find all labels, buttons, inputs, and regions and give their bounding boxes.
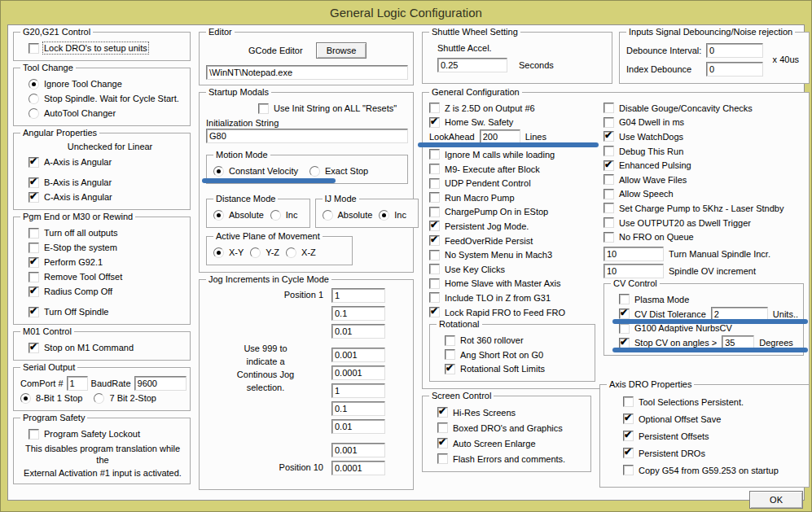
checkbox-row[interactable]: Turn Off Spindle: [29, 304, 185, 319]
checkbox-row[interactable]: No FRO on Queue: [604, 230, 804, 244]
checkbox-row[interactable]: Lock Rapid FRO to Feed FRO: [429, 305, 595, 320]
radio-row[interactable]: Absolute: [213, 208, 264, 222]
checkbox-row[interactable]: Ang Short Rot on G0: [445, 348, 590, 362]
checkbox-row[interactable]: ChargePump On in EStop: [429, 205, 595, 220]
jog-increment-input[interactable]: [331, 401, 385, 416]
checkbox-row[interactable]: Ignore M calls while loading: [429, 147, 595, 162]
checkbox-row[interactable]: FeedOverRide Persist: [429, 234, 595, 248]
checkbox-row[interactable]: Home Slave with Master Axis: [429, 277, 595, 291]
stop-cv-angle-input[interactable]: [722, 335, 754, 350]
checkbox-row[interactable]: Radius Comp Off: [29, 284, 185, 299]
checkbox-label: A-Axis is Angular: [44, 157, 112, 167]
checkbox-row[interactable]: Program Safety Lockout: [29, 427, 185, 441]
radio-row[interactable]: 7 Bit 2-Stop: [94, 391, 156, 405]
jog-increment-input[interactable]: [331, 419, 385, 434]
checkbox-row[interactable]: A-Axis is Angular: [29, 155, 185, 169]
radio: [29, 79, 39, 90]
checkbox-row[interactable]: G04 Dwell in ms: [604, 116, 804, 130]
checkbox-row[interactable]: Use OUTPUT20 as Dwell Trigger: [604, 216, 804, 230]
checkbox-row[interactable]: Persistent Jog Mode.: [429, 219, 595, 234]
checkbox-row[interactable]: Debug This Run: [604, 144, 804, 159]
checkbox-row[interactable]: Include TLO in Z from G31: [429, 291, 595, 305]
checkbox-row[interactable]: Allow Wave Files: [604, 173, 804, 187]
radio-row[interactable]: Y-Z: [250, 245, 279, 260]
jog-increment-input[interactable]: [331, 306, 385, 321]
radio-row[interactable]: Inc: [270, 208, 298, 222]
checkbox-row[interactable]: Rot 360 rollover: [445, 333, 590, 348]
checkbox-row[interactable]: Set Charge Pump to 5Khz - Laser Stndby: [604, 201, 804, 216]
radio-row[interactable]: X-Y: [213, 245, 244, 260]
checkbox-row[interactable]: Persistent DROs: [623, 444, 804, 462]
checkbox-row[interactable]: Perform G92.1: [29, 255, 185, 269]
browse-button[interactable]: Browse: [316, 42, 367, 59]
turn-manual-spindle-input[interactable]: [604, 247, 664, 261]
checkbox-row[interactable]: UDP Pendent Control: [429, 176, 595, 190]
checkbox-row[interactable]: Flash Errors and comments.: [437, 451, 586, 466]
stop-cv-on-angles-row[interactable]: Stop CV on angles > Degrees: [619, 335, 798, 350]
spindle-ov-increment-input[interactable]: [604, 264, 664, 278]
group-title: Startup Modals: [206, 87, 271, 97]
radio-row[interactable]: Stop Spindle. Wait for Cycle Start.: [29, 91, 185, 106]
checkbox-row[interactable]: Use WatchDogs: [604, 129, 804, 144]
checkbox-row[interactable]: Auto Screen Enlarge: [437, 435, 586, 451]
jog-increment-input[interactable]: [331, 288, 385, 303]
jog-increment-input[interactable]: [331, 348, 385, 362]
checkbox-row[interactable]: Tool Selections Persistent.: [623, 393, 804, 410]
checkbox: [437, 407, 448, 418]
checkbox-row[interactable]: Allow Speech: [604, 187, 804, 202]
radio-row[interactable]: X-Z: [286, 245, 316, 260]
checkbox-row[interactable]: Lock DRO's to setup units: [29, 41, 185, 55]
baudrate-input[interactable]: [134, 376, 187, 391]
checkbox-row[interactable]: Disable Gouge/Concavity Checks: [604, 101, 804, 116]
checkbox-row[interactable]: Home Sw. Safety: [429, 116, 595, 130]
checkbox-row[interactable]: Run Macro Pump: [429, 190, 595, 205]
cv-dist-tolerance-input[interactable]: [711, 307, 768, 322]
jog-increment-input[interactable]: [331, 365, 385, 380]
checkbox: [29, 287, 39, 297]
jog-increment-input[interactable]: [331, 461, 385, 475]
checkbox-row[interactable]: E-Stop the system: [29, 240, 185, 255]
checkbox-row[interactable]: Rotational Soft Limits: [445, 362, 590, 377]
checkbox-row[interactable]: C-Axis is Angular: [29, 190, 185, 204]
checkbox-row[interactable]: Copy G54 from G59.253 on startup: [623, 462, 804, 479]
comport-input[interactable]: [67, 376, 88, 391]
checkbox: [29, 228, 39, 238]
checkbox-row[interactable]: Remove Tool Offset: [29, 269, 185, 284]
init-string-input[interactable]: [206, 129, 408, 143]
radio-row[interactable]: Exact Stop: [309, 164, 368, 178]
checkbox-row[interactable]: Z is 2.5D on Output #6: [429, 101, 595, 116]
radio-row[interactable]: 8-Bit 1 Stop: [20, 391, 82, 405]
radio-row[interactable]: Inc: [379, 208, 406, 222]
radio-row[interactable]: AutoTool Changer: [29, 106, 185, 120]
radio-row[interactable]: Ignore Tool Change: [29, 77, 185, 91]
group-program-safety: Program Safety Program Safety Lockout Th…: [13, 418, 191, 484]
checkbox-row[interactable]: M9- Execute after Block: [429, 162, 595, 177]
jog-increment-input[interactable]: [331, 383, 385, 398]
index-debounce-input[interactable]: [706, 62, 763, 77]
radio-row[interactable]: Absolute: [323, 208, 373, 222]
checkbox-label: Tool Selections Persistent.: [639, 397, 744, 407]
checkbox-row[interactable]: Hi-Res Screens: [437, 405, 586, 420]
plasma-mode-row[interactable]: Plasma Mode: [619, 292, 798, 307]
lookahead-input[interactable]: [480, 129, 520, 144]
debounce-interval-input[interactable]: [706, 43, 763, 58]
jog-increment-input[interactable]: [331, 324, 385, 339]
use-init-string-row[interactable]: Use Init String on ALL "Resets": [258, 101, 408, 116]
checkbox-row[interactable]: B-Axis is Angular: [29, 175, 185, 190]
checkbox-row[interactable]: Use Key Clicks: [429, 262, 595, 277]
jog-increment-input[interactable]: [331, 443, 385, 457]
checkbox-row[interactable]: Turn off all outputs: [29, 225, 185, 240]
checkbox-row[interactable]: Enhanced Pulsing: [604, 158, 804, 173]
checkbox-row[interactable]: Persistent Offsets: [623, 427, 804, 444]
checkbox-row[interactable]: No System Menu in Mach3: [429, 247, 595, 262]
radio: [213, 210, 224, 221]
ok-button[interactable]: OK: [749, 491, 803, 509]
checkbox: [29, 272, 39, 282]
cv-dist-tolerance-row[interactable]: CV Dist Tolerance Units..: [619, 307, 798, 322]
checkbox-row[interactable]: Optional Offset Save: [623, 410, 804, 427]
shuttle-accel-input[interactable]: [437, 58, 507, 72]
checkbox-row[interactable]: Stop on M1 Command: [29, 340, 185, 355]
editor-path-input[interactable]: [206, 65, 408, 80]
radio-row[interactable]: Constant Velocity: [213, 164, 298, 178]
checkbox-row[interactable]: Boxed DRO's and Graphics: [437, 420, 586, 435]
